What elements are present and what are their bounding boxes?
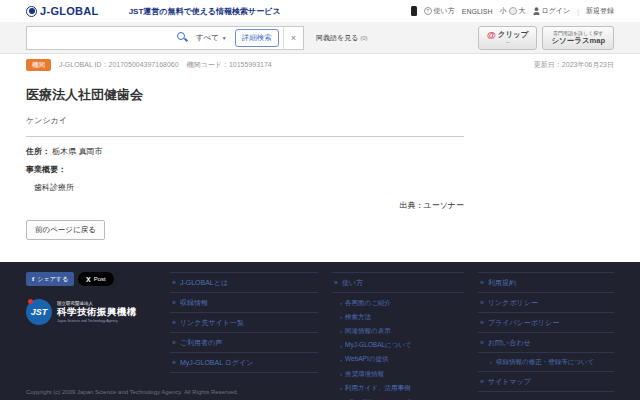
footer-link-about[interactable]: »J-GLOBALとは xyxy=(170,273,318,293)
clip-label: クリップ xyxy=(498,30,529,40)
chevron-down-icon: ▼ xyxy=(222,35,227,41)
clip-button[interactable]: @ クリップ − xyxy=(478,26,537,50)
footer-link-usage[interactable]: »使い方 xyxy=(332,272,464,293)
copyright: Copyright (c) 2009 Japan Science and Tec… xyxy=(26,389,238,395)
close-icon[interactable]: × xyxy=(283,27,303,49)
footer-link-correction[interactable]: ›収録情報の修正・登録等について xyxy=(478,353,614,372)
footer-link-user-voices[interactable]: »ご利用者の声 xyxy=(170,333,318,353)
footer-link-sitemap[interactable]: »サイトマップ xyxy=(478,372,614,392)
footer-col-usage: »使い方 ›各画面のご紹介 ›検索方法 ›関連情報の表示 ›MyJ-GLOBAL… xyxy=(332,272,464,400)
footer-usage-sublist: ›各画面のご紹介 ›検索方法 ›関連情報の表示 ›MyJ-GLOBALについて … xyxy=(332,296,464,400)
divider xyxy=(26,136,464,137)
updated-date: 更新日：2023年06月23日 xyxy=(534,60,614,70)
footer-link-contact[interactable]: »お問い合わせ xyxy=(478,333,614,353)
back-button[interactable]: 前のページに戻る xyxy=(26,220,105,240)
synonym-label: 同義語を見る xyxy=(316,34,358,41)
footer-link-guide[interactable]: ›利用ガイド、活用事例 xyxy=(340,381,464,395)
page-title: 医療法人社団健歯会 xyxy=(26,86,614,104)
x-icon: X xyxy=(86,276,91,283)
footer-link-search-method[interactable]: ›検索方法 xyxy=(340,310,464,324)
jst-logo-icon: JST xyxy=(26,299,52,325)
arrow-icon: › xyxy=(340,357,342,363)
arrow-icon: › xyxy=(340,385,342,391)
header: J-GLOBAL JST運営の無料で使える情報検索サービス ? 使い方 ENGL… xyxy=(0,0,640,22)
arrow-icon: » xyxy=(172,339,176,346)
footer: f シェアする X Post JST 国立研究開発法人 科学技術振興機構 Jap… xyxy=(0,262,640,400)
footer-link-terms[interactable]: »利用規約 xyxy=(478,273,614,293)
search-bar: すべて ▼ 詳細検索 × 同義語を見る (0) @ クリップ − 専門用語を詳し… xyxy=(0,22,640,54)
thesaurus-map-button[interactable]: 専門用語を詳しく探す シソーラスmap xyxy=(542,26,614,50)
footer-col-about: »J-GLOBALとは »収録情報 »リンク先サイト一覧 »ご利用者の声 »My… xyxy=(170,272,318,400)
synonym-count: (0) xyxy=(360,35,367,41)
arrow-icon: » xyxy=(172,359,176,366)
footer-link-preprint[interactable]: ›プレプリントについて xyxy=(340,395,464,400)
footer-link-environment[interactable]: ›推奨環境情報 xyxy=(340,367,464,381)
search-box: すべて ▼ 詳細検索 × xyxy=(26,26,304,50)
clip-count: − xyxy=(506,40,510,45)
record-id-row: 機関 J-GLOBAL ID：201705004397168060 機関コード：… xyxy=(0,54,640,76)
footer-link-linked-sites[interactable]: »リンク先サイト一覧 xyxy=(170,313,318,333)
detail-search-button[interactable]: 詳細検索 xyxy=(235,29,279,47)
footer-link-about-myjglobal[interactable]: ›MyJ-GLOBALについて xyxy=(340,339,464,353)
footer-link-link-policy[interactable]: »リンクポリシー xyxy=(478,293,614,313)
footer-link-contents[interactable]: »収録情報 xyxy=(170,293,318,313)
arrow-icon: » xyxy=(480,299,484,306)
footer-link-myjglobal-login[interactable]: »MyJ-GLOBAL ログイン xyxy=(170,353,318,373)
org-code: 機関コード：10155993174 xyxy=(187,60,272,70)
arrow-icon: » xyxy=(480,319,484,326)
j-global-id: J-GLOBAL ID：201705004397168060 xyxy=(59,60,179,70)
j-global-logo[interactable]: J-GLOBAL xyxy=(26,5,99,17)
arrow-icon: › xyxy=(340,343,342,349)
font-small-label[interactable]: 小 xyxy=(500,6,507,16)
arrow-icon: » xyxy=(172,279,176,286)
footer-link-screens[interactable]: ›各画面のご紹介 xyxy=(340,296,464,310)
jst-org-en: Japan Science and Technology Agency xyxy=(57,319,137,323)
synonym-link[interactable]: 同義語を見る (0) xyxy=(316,33,368,43)
search-icon[interactable] xyxy=(177,32,188,43)
arrow-icon: » xyxy=(172,299,176,306)
search-scope-dropdown[interactable]: すべて ▼ xyxy=(192,33,231,43)
detail-block: 住所： 栃木県 真岡市 事業概要： 歯科診療所 出典：ユーソナー xyxy=(26,136,464,211)
address-label: 住所： xyxy=(26,147,50,156)
top-nav: ? 使い方 ENGLISH 小 大 ログイン | 新規登録 xyxy=(411,6,614,16)
footer-link-webapi[interactable]: ›WebAPIの提供 xyxy=(340,353,464,367)
nav-login-label: ログイン xyxy=(542,6,571,16)
font-size-control[interactable]: 小 大 xyxy=(500,6,526,16)
clip-icon: @ xyxy=(487,30,496,40)
arrow-icon: » xyxy=(172,319,176,326)
address-value: 栃木県 真岡市 xyxy=(52,147,102,156)
nav-register[interactable]: 新規登録 xyxy=(586,6,614,16)
font-large-label[interactable]: 大 xyxy=(519,6,526,16)
j-global-logo-text: J-GLOBAL xyxy=(40,5,99,17)
thesaurus-label: シソーラスmap xyxy=(551,36,605,46)
nav-english[interactable]: ENGLISH xyxy=(462,8,493,15)
main-content: 医療法人社団健歯会 ケンシカイ 住所： 栃木県 真岡市 事業概要： 歯科診療所 … xyxy=(0,76,640,262)
facebook-icon: f xyxy=(32,275,34,283)
facebook-share-label: シェアする xyxy=(37,275,68,284)
footer-link-related-info[interactable]: ›関連情報の表示 xyxy=(340,324,464,338)
footer-col-policies: »利用規約 »リンクポリシー »プライバシーポリシー »お問い合わせ ›収録情報… xyxy=(478,272,614,400)
arrow-icon: › xyxy=(340,314,342,320)
facebook-share-button[interactable]: f シェアする xyxy=(26,272,74,286)
nav-login[interactable]: ログイン xyxy=(533,6,571,16)
footer-link-privacy-policy[interactable]: »プライバシーポリシー xyxy=(478,313,614,333)
nav-divider: | xyxy=(577,8,579,15)
nav-usage[interactable]: ? 使い方 xyxy=(424,6,455,16)
search-input[interactable] xyxy=(33,27,173,49)
arrow-icon: » xyxy=(480,339,484,346)
footer-left: f シェアする X Post JST 国立研究開発法人 科学技術振興機構 Jap… xyxy=(26,272,156,400)
business-value: 歯科診療所 xyxy=(26,182,464,193)
record-type-badge: 機関 xyxy=(26,59,51,71)
smartphone-icon[interactable] xyxy=(411,6,417,16)
help-icon: ? xyxy=(424,7,432,15)
search-tools: @ クリップ − 専門用語を詳しく探す シソーラスmap xyxy=(478,26,614,50)
title-kana: ケンシカイ xyxy=(26,115,614,126)
address-row: 住所： 栃木県 真岡市 xyxy=(26,146,464,157)
arrow-icon: › xyxy=(340,371,342,377)
x-post-button[interactable]: X Post xyxy=(78,272,114,286)
jst-logo-dot xyxy=(28,299,33,304)
jst-logo[interactable]: JST 国立研究開発法人 科学技術振興機構 Japan Science and … xyxy=(26,299,156,325)
arrow-icon: › xyxy=(490,359,492,365)
source-note: 出典：ユーソナー xyxy=(26,200,464,211)
arrow-icon: » xyxy=(334,279,338,286)
